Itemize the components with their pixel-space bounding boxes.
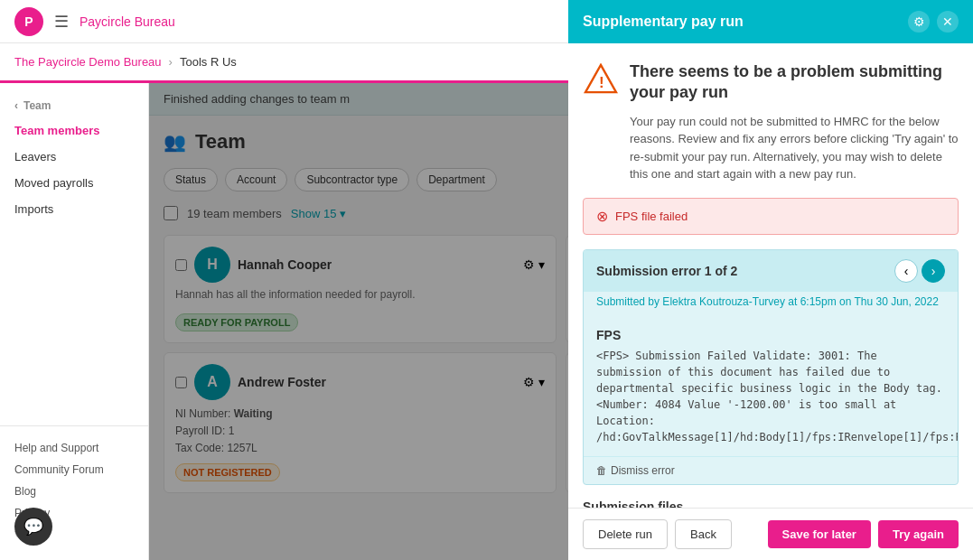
breadcrumb-separator: › (169, 55, 173, 69)
warning-heading: There seems to be a problem submitting y… (630, 61, 959, 104)
settings-icon[interactable]: ⚙ (908, 11, 930, 33)
modal-header-actions: ⚙ ✕ (908, 11, 959, 33)
app-logo: P (14, 7, 43, 36)
files-title: Submission files (583, 499, 959, 508)
delete-run-button[interactable]: Delete run (583, 519, 668, 549)
bureau-name: Paycircle Bureau (80, 14, 175, 29)
submission-title: Submission error 1 of 2 (596, 264, 737, 278)
sidebar-item-team-members[interactable]: Team members (0, 117, 148, 144)
try-again-button[interactable]: Try again (878, 520, 959, 548)
nav-next-button[interactable]: › (922, 259, 945, 283)
sidebar-item-imports[interactable]: Imports (0, 196, 148, 222)
dismiss-error-link[interactable]: 🗑 Dismiss error (584, 456, 958, 484)
fps-text: <FPS> Submission Failed Validate: 3001: … (596, 348, 945, 445)
submission-panel: Submission error 1 of 2 ‹ › Submitted by… (583, 249, 959, 485)
back-button[interactable]: Back (675, 519, 732, 549)
error-box: ⊗ FPS file failed (583, 198, 959, 235)
close-icon[interactable]: ✕ (937, 11, 959, 33)
trash-icon: 🗑 (596, 464, 607, 477)
submission-nav: ‹ › (894, 259, 945, 283)
fps-title: FPS (596, 328, 945, 342)
warning-icon-wrap: ! (583, 61, 619, 98)
sidebar-team-header[interactable]: ‹ Team (0, 94, 148, 117)
sidebar-item-community[interactable]: Community Forum (14, 459, 134, 481)
warning-section: ! There seems to be a problem submitting… (583, 61, 959, 183)
modal-footer: Delete run Back Save for later Try again (568, 508, 973, 560)
error-circle-icon: ⊗ (596, 208, 608, 225)
breadcrumb-current: Tools R Us (180, 55, 237, 69)
submission-files-section: Submission files Correctional FPS File › (583, 499, 959, 508)
hamburger-icon[interactable]: ☰ (54, 12, 69, 32)
save-for-later-button[interactable]: Save for later (768, 520, 871, 548)
nav-prev-button[interactable]: ‹ (894, 259, 918, 283)
submission-content: FPS <FPS> Submission Failed Validate: 30… (584, 317, 958, 456)
breadcrumb-bureau-link[interactable]: The Paycircle Demo Bureau (14, 55, 162, 69)
sidebar-item-help[interactable]: Help and Support (14, 437, 134, 459)
sidebar-item-moved-payrolls[interactable]: Moved payrolls (0, 170, 148, 196)
supplementary-pay-run-modal: Supplementary pay run ⚙ ✕ ! There seems … (568, 0, 973, 560)
sidebar-team-label: Team (23, 99, 51, 112)
warning-triangle-icon: ! (584, 63, 618, 94)
modal-header: Supplementary pay run ⚙ ✕ (568, 0, 973, 43)
modal-title: Supplementary pay run (583, 14, 744, 30)
sidebar: ‹ Team Team members Leavers Moved payrol… (0, 83, 149, 560)
warning-body: Your pay run could not be submitted to H… (630, 113, 959, 183)
modal-body: ! There seems to be a problem submitting… (568, 43, 973, 508)
svg-text:!: ! (599, 74, 604, 91)
chevron-left-icon: ‹ (14, 99, 18, 112)
chat-button[interactable]: 💬 (14, 508, 52, 546)
submission-header: Submission error 1 of 2 ‹ › (584, 250, 958, 292)
error-label: FPS file failed (615, 210, 688, 223)
dismiss-label: Dismiss error (611, 464, 675, 477)
submission-subtitle: Submitted by Elektra Koutrouza-Turvey at… (584, 292, 958, 317)
sidebar-item-blog[interactable]: Blog (14, 481, 134, 502)
sidebar-item-leavers[interactable]: Leavers (0, 144, 148, 170)
